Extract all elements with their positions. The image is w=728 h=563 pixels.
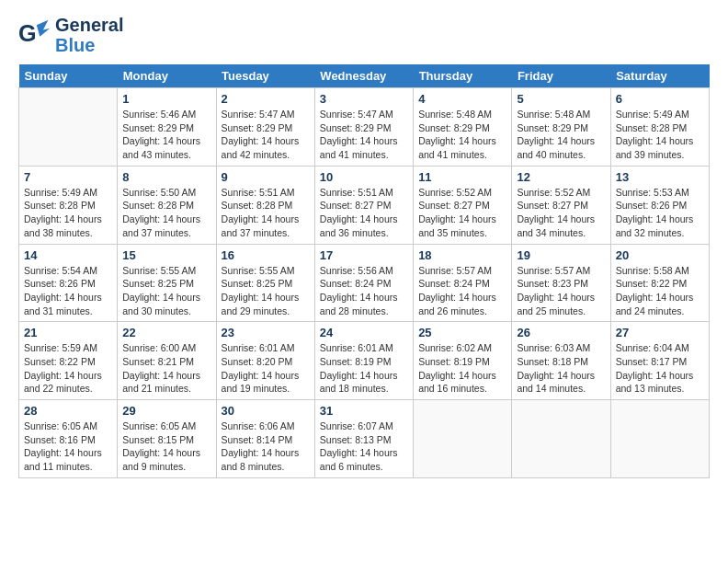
day-info: Sunrise: 6:03 AM Sunset: 8:18 PM Dayligh… <box>517 341 605 396</box>
day-info: Sunrise: 5:47 AM Sunset: 8:29 PM Dayligh… <box>222 108 310 162</box>
calendar-cell: 1Sunrise: 5:46 AM Sunset: 8:29 PM Daylig… <box>118 88 216 167</box>
calendar-table: Sunday Monday Tuesday Wednesday Thursday… <box>18 64 710 478</box>
calendar-week-row: 1Sunrise: 5:46 AM Sunset: 8:29 PM Daylig… <box>19 88 710 167</box>
day-info: Sunrise: 5:50 AM Sunset: 8:28 PM Dayligh… <box>122 186 210 240</box>
calendar-cell: 6Sunrise: 5:49 AM Sunset: 8:28 PM Daylig… <box>610 88 709 167</box>
calendar-cell: 25Sunrise: 6:02 AM Sunset: 8:19 PM Dayli… <box>414 322 512 400</box>
col-friday: Friday <box>512 64 610 88</box>
day-number: 27 <box>616 326 704 339</box>
day-number: 26 <box>517 326 605 339</box>
day-info: Sunrise: 5:59 AM Sunset: 8:22 PM Dayligh… <box>24 341 112 396</box>
calendar-cell: 28Sunrise: 6:05 AM Sunset: 8:16 PM Dayli… <box>19 400 118 478</box>
calendar-cell: 23Sunrise: 6:01 AM Sunset: 8:20 PM Dayli… <box>216 322 314 400</box>
day-info: Sunrise: 5:47 AM Sunset: 8:29 PM Dayligh… <box>320 108 408 162</box>
col-thursday: Thursday <box>414 64 512 88</box>
calendar-cell: 3Sunrise: 5:47 AM Sunset: 8:29 PM Daylig… <box>314 88 413 167</box>
day-info: Sunrise: 5:48 AM Sunset: 8:29 PM Dayligh… <box>418 108 506 162</box>
calendar-cell: 29Sunrise: 6:05 AM Sunset: 8:15 PM Dayli… <box>118 400 216 478</box>
day-number: 8 <box>122 170 210 184</box>
calendar-cell: 26Sunrise: 6:03 AM Sunset: 8:18 PM Dayli… <box>512 322 610 400</box>
day-number: 22 <box>122 326 210 339</box>
header: G General Blue <box>18 15 710 55</box>
day-info: Sunrise: 5:57 AM Sunset: 8:24 PM Dayligh… <box>418 264 506 318</box>
svg-marker-1 <box>37 20 50 37</box>
day-info: Sunrise: 5:46 AM Sunset: 8:29 PM Dayligh… <box>122 108 210 162</box>
calendar-week-row: 21Sunrise: 5:59 AM Sunset: 8:22 PM Dayli… <box>19 322 710 400</box>
calendar-cell: 21Sunrise: 5:59 AM Sunset: 8:22 PM Dayli… <box>19 322 118 400</box>
day-info: Sunrise: 5:49 AM Sunset: 8:28 PM Dayligh… <box>616 108 704 162</box>
day-info: Sunrise: 5:56 AM Sunset: 8:24 PM Dayligh… <box>320 264 408 318</box>
calendar-cell: 16Sunrise: 5:55 AM Sunset: 8:25 PM Dayli… <box>216 244 314 322</box>
day-info: Sunrise: 6:01 AM Sunset: 8:19 PM Dayligh… <box>320 341 408 396</box>
day-number: 30 <box>222 404 310 418</box>
day-info: Sunrise: 5:49 AM Sunset: 8:28 PM Dayligh… <box>24 186 112 240</box>
day-number: 11 <box>418 170 506 184</box>
day-number: 29 <box>122 404 210 418</box>
day-number: 3 <box>320 92 408 106</box>
day-number: 17 <box>320 248 408 262</box>
day-number: 15 <box>122 248 210 262</box>
day-number: 16 <box>222 248 310 262</box>
day-info: Sunrise: 5:48 AM Sunset: 8:29 PM Dayligh… <box>517 108 605 162</box>
day-number: 19 <box>517 248 605 262</box>
day-number: 31 <box>320 404 408 418</box>
calendar-cell: 19Sunrise: 5:57 AM Sunset: 8:23 PM Dayli… <box>512 244 610 322</box>
day-info: Sunrise: 6:07 AM Sunset: 8:13 PM Dayligh… <box>320 419 408 474</box>
calendar-cell: 31Sunrise: 6:07 AM Sunset: 8:13 PM Dayli… <box>314 400 413 478</box>
col-tuesday: Tuesday <box>216 64 314 88</box>
day-number: 6 <box>616 92 704 106</box>
calendar-header-row: Sunday Monday Tuesday Wednesday Thursday… <box>19 64 710 88</box>
day-info: Sunrise: 5:53 AM Sunset: 8:26 PM Dayligh… <box>616 186 704 240</box>
day-number: 10 <box>320 170 408 184</box>
calendar-cell <box>610 400 709 478</box>
page: G General Blue Sunday Monday Tuesday <box>0 0 728 563</box>
day-number: 23 <box>222 326 310 339</box>
day-number: 21 <box>24 326 112 339</box>
calendar-cell: 30Sunrise: 6:06 AM Sunset: 8:14 PM Dayli… <box>216 400 314 478</box>
calendar-week-row: 14Sunrise: 5:54 AM Sunset: 8:26 PM Dayli… <box>19 244 710 322</box>
day-info: Sunrise: 5:51 AM Sunset: 8:28 PM Dayligh… <box>222 186 310 240</box>
col-wednesday: Wednesday <box>314 64 413 88</box>
day-info: Sunrise: 6:05 AM Sunset: 8:16 PM Dayligh… <box>24 419 112 474</box>
day-number: 5 <box>517 92 605 106</box>
day-info: Sunrise: 6:04 AM Sunset: 8:17 PM Dayligh… <box>616 341 704 396</box>
logo-text-block: General Blue <box>55 15 123 55</box>
day-number: 2 <box>222 92 310 106</box>
day-number: 4 <box>418 92 506 106</box>
day-number: 13 <box>616 170 704 184</box>
day-info: Sunrise: 6:05 AM Sunset: 8:15 PM Dayligh… <box>122 419 210 474</box>
calendar-cell: 7Sunrise: 5:49 AM Sunset: 8:28 PM Daylig… <box>19 166 118 244</box>
day-info: Sunrise: 6:06 AM Sunset: 8:14 PM Dayligh… <box>222 419 310 474</box>
calendar-week-row: 28Sunrise: 6:05 AM Sunset: 8:16 PM Dayli… <box>19 400 710 478</box>
day-info: Sunrise: 5:57 AM Sunset: 8:23 PM Dayligh… <box>517 264 605 318</box>
logo: G General Blue <box>18 15 123 55</box>
calendar-cell: 18Sunrise: 5:57 AM Sunset: 8:24 PM Dayli… <box>414 244 512 322</box>
calendar-cell: 14Sunrise: 5:54 AM Sunset: 8:26 PM Dayli… <box>19 244 118 322</box>
svg-text:G: G <box>18 20 37 46</box>
calendar-cell: 22Sunrise: 6:00 AM Sunset: 8:21 PM Dayli… <box>118 322 216 400</box>
day-info: Sunrise: 5:55 AM Sunset: 8:25 PM Dayligh… <box>222 264 310 318</box>
day-number: 24 <box>320 326 408 339</box>
calendar-cell: 8Sunrise: 5:50 AM Sunset: 8:28 PM Daylig… <box>118 166 216 244</box>
col-saturday: Saturday <box>610 64 709 88</box>
calendar-cell <box>19 88 118 167</box>
calendar-week-row: 7Sunrise: 5:49 AM Sunset: 8:28 PM Daylig… <box>19 166 710 244</box>
calendar-cell: 2Sunrise: 5:47 AM Sunset: 8:29 PM Daylig… <box>216 88 314 167</box>
day-info: Sunrise: 5:54 AM Sunset: 8:26 PM Dayligh… <box>24 264 112 318</box>
day-number: 12 <box>517 170 605 184</box>
calendar-cell: 27Sunrise: 6:04 AM Sunset: 8:17 PM Dayli… <box>610 322 709 400</box>
calendar-cell: 20Sunrise: 5:58 AM Sunset: 8:22 PM Dayli… <box>610 244 709 322</box>
day-number: 14 <box>24 248 112 262</box>
logo-name: General <box>55 15 123 35</box>
day-info: Sunrise: 5:58 AM Sunset: 8:22 PM Dayligh… <box>616 264 704 318</box>
col-sunday: Sunday <box>19 64 118 88</box>
calendar-cell <box>414 400 512 478</box>
calendar-cell: 4Sunrise: 5:48 AM Sunset: 8:29 PM Daylig… <box>414 88 512 167</box>
day-number: 20 <box>616 248 704 262</box>
calendar-cell <box>512 400 610 478</box>
logo-blue: Blue <box>55 35 95 55</box>
calendar-cell: 13Sunrise: 5:53 AM Sunset: 8:26 PM Dayli… <box>610 166 709 244</box>
day-info: Sunrise: 6:01 AM Sunset: 8:20 PM Dayligh… <box>222 341 310 396</box>
calendar-cell: 12Sunrise: 5:52 AM Sunset: 8:27 PM Dayli… <box>512 166 610 244</box>
day-info: Sunrise: 5:51 AM Sunset: 8:27 PM Dayligh… <box>320 186 408 240</box>
